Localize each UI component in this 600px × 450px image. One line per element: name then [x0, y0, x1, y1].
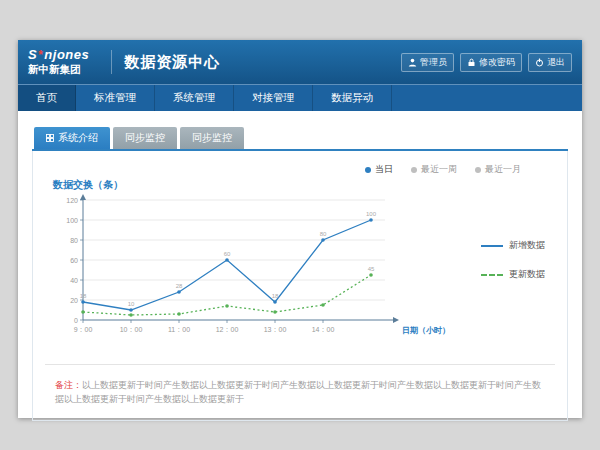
svg-text:9：00: 9：00 [74, 326, 93, 333]
svg-text:18: 18 [80, 293, 87, 299]
admin-user-label: 管理员 [420, 56, 447, 69]
header-actions: 管理员 修改密码 退出 [401, 53, 572, 72]
svg-text:100: 100 [66, 217, 78, 224]
tab-label: 同步监控 [192, 131, 232, 145]
y-axis-title: 数据交换（条） [53, 178, 555, 192]
logo-star-icon: * [38, 49, 43, 62]
svg-text:12：00: 12：00 [216, 326, 239, 333]
note-text: 以上数据更新于时间产生数据以上数据更新于时间产生数据以上数据更新于时间产生数据以… [55, 380, 541, 404]
series-line-sample [481, 274, 503, 276]
svg-text:40: 40 [70, 277, 78, 284]
filter-last-week[interactable]: 最近一周 [411, 163, 457, 176]
svg-text:0: 0 [74, 317, 78, 324]
svg-text:60: 60 [224, 251, 231, 257]
nav-item-system-mgmt[interactable]: 系统管理 [155, 85, 234, 111]
filter-label: 当日 [375, 163, 393, 176]
legend-item-updated-data[interactable]: 更新数据 [481, 268, 545, 281]
change-password-button[interactable]: 修改密码 [460, 53, 522, 72]
logo: S*njones 新中新集团 [28, 48, 89, 76]
nav-item-standard-mgmt[interactable]: 标准管理 [76, 85, 155, 111]
svg-text:13：00: 13：00 [264, 326, 287, 333]
svg-text:60: 60 [70, 257, 78, 264]
svg-text:100: 100 [366, 211, 377, 217]
nav-label: 系统管理 [173, 91, 215, 105]
brand-name: 新中新集团 [28, 64, 89, 76]
nav-label: 首页 [36, 91, 57, 105]
filter-last-month[interactable]: 最近一月 [475, 163, 521, 176]
tab-label: 系统介绍 [58, 131, 98, 145]
chart-panel: 当日 最近一周 最近一月 数据交换（条） 0204060801001209：00… [32, 151, 568, 421]
nav-label: 数据异动 [331, 91, 373, 105]
svg-text:日期（小时）: 日期（小时） [402, 326, 450, 335]
svg-text:20: 20 [70, 297, 78, 304]
logo-suffix: njones [44, 48, 89, 62]
nav-item-integration-mgmt[interactable]: 对接管理 [234, 85, 313, 111]
page-title: 数据资源中心 [124, 53, 220, 72]
tab-system-intro[interactable]: 系统介绍 [34, 127, 110, 149]
svg-text:10：00: 10：00 [120, 326, 143, 333]
logout-button[interactable]: 退出 [528, 53, 572, 72]
svg-text:28: 28 [176, 283, 183, 289]
svg-text:45: 45 [368, 266, 375, 272]
series-label: 新增数据 [509, 239, 545, 252]
line-chart: 0204060801001209：0010：0011：0012：0013：001… [45, 192, 479, 350]
user-icon [408, 58, 417, 67]
logo-prefix: S [28, 48, 37, 62]
nav-item-data-change[interactable]: 数据异动 [313, 85, 392, 111]
filter-label: 最近一月 [485, 163, 521, 176]
series-legend: 新增数据 更新数据 [481, 239, 545, 303]
svg-text:11：00: 11：00 [168, 326, 190, 333]
power-icon [535, 58, 544, 67]
chart-filters: 当日 最近一周 最近一月 [45, 159, 555, 176]
svg-text:120: 120 [66, 197, 78, 204]
nav-item-home[interactable]: 首页 [18, 85, 76, 111]
admin-user-button[interactable]: 管理员 [401, 53, 454, 72]
app-header: S*njones 新中新集团 数据资源中心 管理员 修改密码 [18, 40, 582, 84]
logout-label: 退出 [547, 56, 565, 69]
legend-dot [365, 167, 371, 173]
svg-text:18: 18 [272, 293, 279, 299]
filter-today[interactable]: 当日 [365, 163, 393, 176]
svg-text:10: 10 [128, 301, 135, 307]
tab-label: 同步监控 [125, 131, 165, 145]
svg-text:80: 80 [70, 237, 78, 244]
change-password-label: 修改密码 [479, 56, 515, 69]
series-label: 更新数据 [509, 268, 545, 281]
grid-icon [46, 133, 54, 144]
svg-text:14：00: 14：00 [312, 326, 335, 333]
tab-sync-monitor-2[interactable]: 同步监控 [180, 127, 244, 149]
lock-icon [467, 58, 476, 67]
tab-sync-monitor-1[interactable]: 同步监控 [113, 127, 177, 149]
legend-dot [475, 167, 481, 173]
header-divider [111, 50, 112, 74]
legend-dot [411, 167, 417, 173]
filter-label: 最近一周 [421, 163, 457, 176]
tab-bar: 系统介绍 同步监控 同步监控 [32, 127, 568, 151]
content-area: 系统介绍 同步监控 同步监控 当日 最近一周 最近一月 数据交换（条） 0204… [18, 111, 582, 421]
nav-label: 标准管理 [94, 91, 136, 105]
app-window: S*njones 新中新集团 数据资源中心 管理员 修改密码 [18, 40, 582, 418]
note: 备注：以上数据更新于时间产生数据以上数据更新于时间产生数据以上数据更新于时间产生… [45, 365, 555, 406]
note-prefix: 备注： [55, 380, 82, 390]
main-nav: 首页 标准管理 系统管理 对接管理 数据异动 [18, 84, 582, 111]
svg-text:80: 80 [320, 231, 327, 237]
legend-item-new-data[interactable]: 新增数据 [481, 239, 545, 252]
logo-text: S*njones [28, 48, 89, 62]
nav-label: 对接管理 [252, 91, 294, 105]
chart-row: 0204060801001209：0010：0011：0012：0013：001… [45, 192, 555, 350]
series-line-sample [481, 245, 503, 247]
